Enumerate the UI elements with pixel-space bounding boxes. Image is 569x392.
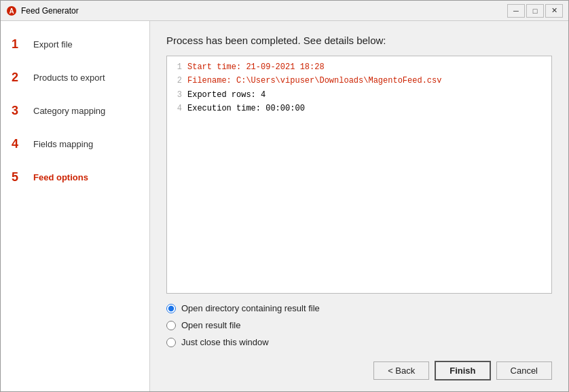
sidebar-item-products-to-export[interactable]: 2 Products to export bbox=[1, 61, 149, 94]
radio-open-file[interactable]: Open result file bbox=[166, 320, 552, 330]
content-area: Process has been completed. See details … bbox=[150, 21, 568, 391]
radio-open-file-label: Open result file bbox=[181, 320, 240, 330]
back-button[interactable]: Back bbox=[373, 361, 429, 380]
close-button[interactable]: ✕ bbox=[545, 4, 563, 18]
sidebar-label-1: Export file bbox=[33, 39, 73, 50]
radio-close-window-label: Just close this window bbox=[181, 337, 269, 347]
window-title: Feed Generator bbox=[21, 6, 507, 16]
sidebar-label-3: Category mapping bbox=[33, 106, 105, 116]
radio-open-file-input[interactable] bbox=[166, 321, 176, 330]
sidebar: 1 Export file 2 Products to export 3 Cat… bbox=[1, 21, 150, 391]
log-line-4: 4 Execution time: 00:00:00 bbox=[172, 102, 546, 115]
sidebar-num-1: 1 bbox=[12, 37, 25, 52]
minimize-button[interactable]: ─ bbox=[507, 4, 525, 18]
maximize-button[interactable]: □ bbox=[526, 4, 544, 18]
app-icon: A bbox=[6, 5, 17, 16]
sidebar-label-2: Products to export bbox=[33, 73, 105, 83]
sidebar-num-4: 4 bbox=[12, 137, 25, 151]
svg-text:A: A bbox=[9, 7, 14, 15]
sidebar-label-4: Fields mapping bbox=[33, 139, 93, 149]
radio-open-dir-label: Open directory containing result file bbox=[181, 303, 320, 313]
window-controls: ─ □ ✕ bbox=[507, 4, 563, 18]
radio-open-dir[interactable]: Open directory containing result file bbox=[166, 303, 552, 313]
sidebar-item-export-file[interactable]: 1 Export file bbox=[1, 28, 149, 61]
sidebar-item-fields-mapping[interactable]: 4 Fields mapping bbox=[1, 128, 149, 161]
content-title: Process has been completed. See details … bbox=[166, 35, 552, 46]
radio-close-window-input[interactable] bbox=[166, 338, 176, 347]
titlebar: A Feed Generator ─ □ ✕ bbox=[1, 1, 568, 21]
sidebar-num-2: 2 bbox=[12, 71, 25, 85]
sidebar-num-5: 5 bbox=[12, 170, 25, 184]
log-line-3: 3 Exported rows: 4 bbox=[172, 88, 546, 102]
sidebar-num-3: 3 bbox=[12, 104, 25, 118]
log-line-2: 2 Filename: C:\Users\vipuser\Downloads\M… bbox=[172, 74, 546, 87]
log-box[interactable]: 1 Start time: 21-09-2021 18:28 2 Filenam… bbox=[166, 56, 552, 294]
sidebar-item-category-mapping[interactable]: 3 Category mapping bbox=[1, 94, 149, 128]
footer: Back Finish Cancel bbox=[166, 358, 552, 380]
main-layout: 1 Export file 2 Products to export 3 Cat… bbox=[1, 21, 568, 391]
radio-group: Open directory containing result file Op… bbox=[166, 303, 552, 347]
sidebar-label-5: Feed options bbox=[33, 172, 88, 182]
log-line-1: 1 Start time: 21-09-2021 18:28 bbox=[172, 60, 546, 74]
radio-open-dir-input[interactable] bbox=[166, 304, 176, 313]
sidebar-item-feed-options[interactable]: 5 Feed options bbox=[1, 161, 149, 194]
radio-close-window[interactable]: Just close this window bbox=[166, 337, 552, 347]
cancel-button[interactable]: Cancel bbox=[496, 361, 552, 380]
finish-button[interactable]: Finish bbox=[435, 361, 490, 380]
